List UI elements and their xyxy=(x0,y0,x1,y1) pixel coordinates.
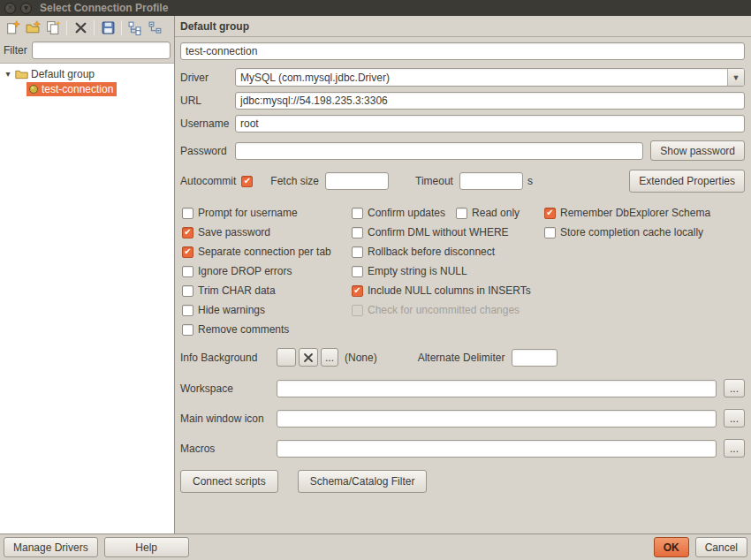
checkbox-separate-connection-per-tab[interactable]: Separate connection per tab xyxy=(182,246,331,258)
url-label: URL xyxy=(180,95,235,107)
driver-label: Driver xyxy=(180,72,235,84)
profile-name-input[interactable] xyxy=(180,42,745,60)
options-column-2: Confirm updates Read only Confirm DML wi… xyxy=(352,203,544,320)
tree-group-label: Default group xyxy=(31,68,95,80)
checkbox-box xyxy=(352,227,363,238)
info-background-value: (None) xyxy=(345,352,377,364)
checkbox-confirm-updates[interactable]: Confirm updates xyxy=(352,207,445,219)
checkbox-read-only[interactable]: Read only xyxy=(456,207,520,219)
delete-icon xyxy=(73,20,88,35)
checkbox-box xyxy=(182,305,193,316)
username-label: Username xyxy=(180,117,235,130)
toolbar-separator xyxy=(94,20,95,35)
help-button[interactable]: Help xyxy=(104,537,189,557)
info-background-picker-button[interactable]: ... xyxy=(321,348,338,367)
main-window-icon-label: Main window icon xyxy=(180,412,277,425)
timeout-input[interactable] xyxy=(459,172,523,190)
driver-value: MySQL (com.mysql.jdbc.Driver) xyxy=(236,69,727,86)
driver-select[interactable]: MySQL (com.mysql.jdbc.Driver) ▼ xyxy=(235,68,745,87)
workspace-row: Workspace ... xyxy=(180,379,745,397)
clear-color-icon xyxy=(303,352,314,363)
checkbox-hide-warnings[interactable]: Hide warnings xyxy=(182,304,265,316)
collapse-all-button[interactable] xyxy=(146,19,165,38)
timeout-label: Timeout xyxy=(415,175,453,187)
username-input[interactable] xyxy=(235,115,745,132)
checkbox-box xyxy=(182,208,193,219)
minimize-icon: ▾ xyxy=(24,4,28,12)
workspace-input[interactable] xyxy=(277,380,717,397)
fetch-size-label: Fetch size xyxy=(270,175,319,187)
checkbox-box xyxy=(182,266,193,277)
manage-drivers-button[interactable]: Manage Drivers xyxy=(4,537,98,557)
checkbox-remember-dbexplorer-schema[interactable]: Remember DbExplorer Schema xyxy=(544,207,710,219)
workspace-browse-button[interactable]: ... xyxy=(724,379,745,397)
new-group-icon xyxy=(26,20,41,35)
save-profiles-button[interactable] xyxy=(98,19,118,38)
main-window-icon-input[interactable] xyxy=(277,410,717,428)
checkbox-rollback-before-disconnect[interactable]: Rollback before disconnect xyxy=(352,246,495,258)
options-column-3: Remember DbExplorer Schema Store complet… xyxy=(544,203,745,242)
cancel-button[interactable]: Cancel xyxy=(695,537,747,557)
connect-scripts-button[interactable]: Connect scripts xyxy=(180,470,278,493)
main-window-icon-browse-button[interactable]: ... xyxy=(724,409,745,428)
checkbox-box xyxy=(352,285,363,297)
profile-icon xyxy=(28,84,39,95)
tree-item-test-connection[interactable]: test-connection xyxy=(0,81,174,96)
checkbox-ignore-drop-errors[interactable]: Ignore DROP errors xyxy=(182,265,292,277)
info-background-clear-button[interactable] xyxy=(299,348,318,367)
copy-profile-button[interactable] xyxy=(43,19,63,38)
filter-row: Filter xyxy=(0,40,174,63)
collapse-all-icon xyxy=(148,20,163,35)
filter-input[interactable] xyxy=(32,42,171,59)
info-background-row: Info Background ... (None) Alternate Del… xyxy=(180,348,745,367)
schema-catalog-filter-button[interactable]: Schema/Catalog Filter xyxy=(298,470,428,493)
checkbox-trim-char-data[interactable]: Trim CHAR data xyxy=(182,284,276,297)
window-close-button[interactable]: × xyxy=(4,3,16,14)
checkbox-save-password[interactable]: Save password xyxy=(182,226,270,238)
password-label: Password xyxy=(180,145,235,157)
driver-dropdown-button[interactable]: ▼ xyxy=(727,69,744,86)
expand-all-button[interactable] xyxy=(125,19,145,38)
extended-properties-button[interactable]: Extended Properties xyxy=(629,170,745,193)
checkbox-box xyxy=(456,208,467,219)
titlebar: × ▾ Select Connection Profile xyxy=(0,0,751,16)
password-input[interactable] xyxy=(235,142,643,160)
checkbox-empty-string-is-null[interactable]: Empty string is NULL xyxy=(352,265,467,277)
new-profile-icon xyxy=(5,20,20,35)
autocommit-label: Autocommit xyxy=(180,175,236,187)
info-background-color-swatch[interactable] xyxy=(277,348,296,367)
checkbox-box xyxy=(544,208,556,219)
window-minimize-button[interactable]: ▾ xyxy=(20,3,32,14)
fetch-size-input[interactable] xyxy=(325,172,389,190)
checkbox-confirm-dml-without-where[interactable]: Confirm DML without WHERE xyxy=(352,226,509,238)
checkbox-prompt-for-username[interactable]: Prompt for username xyxy=(182,207,298,219)
new-profile-button[interactable] xyxy=(3,19,22,38)
checkbox-remove-comments[interactable]: Remove comments xyxy=(182,323,289,336)
main-window-icon-row: Main window icon ... xyxy=(180,409,745,428)
macros-input[interactable] xyxy=(277,440,717,458)
checkbox-store-completion-cache-locally[interactable]: Store completion cache locally xyxy=(544,226,703,238)
checkbox-box xyxy=(182,324,193,336)
autocommit-row: Autocommit Fetch size Timeout s Extended… xyxy=(180,170,745,193)
scripts-row: Connect scripts Schema/Catalog Filter xyxy=(180,470,745,493)
delete-profile-button[interactable] xyxy=(71,19,90,38)
info-background-label: Info Background xyxy=(180,352,277,364)
profile-editor-panel: Default group Driver MySQL (com.mysql.jd… xyxy=(174,16,751,534)
tree-group-default-group[interactable]: ▾ Default group xyxy=(0,66,174,81)
chevron-down-icon: ▼ xyxy=(732,73,740,82)
ok-button[interactable]: OK xyxy=(654,537,689,557)
tree-item-label: test-connection xyxy=(42,83,113,95)
new-group-button[interactable] xyxy=(23,19,42,38)
profile-tree[interactable]: ▾ Default group test-connection xyxy=(0,63,174,534)
profile-editor-content: Driver MySQL (com.mysql.jdbc.Driver) ▼ U… xyxy=(175,37,751,534)
alternate-delimiter-input[interactable] xyxy=(512,349,558,367)
tree-expand-icon[interactable]: ▾ xyxy=(4,69,12,79)
show-password-button[interactable]: Show password xyxy=(650,140,745,161)
autocommit-checkbox[interactable] xyxy=(241,176,253,187)
url-input[interactable] xyxy=(235,92,745,110)
checkbox-include-null-columns-in-inserts[interactable]: Include NULL columns in INSERTs xyxy=(352,284,531,297)
checkbox-box xyxy=(241,176,253,187)
folder-icon xyxy=(15,68,28,79)
checkbox-check-for-uncommitted-changes: Check for uncommitted changes xyxy=(352,304,520,316)
macros-browse-button[interactable]: ... xyxy=(724,439,745,458)
